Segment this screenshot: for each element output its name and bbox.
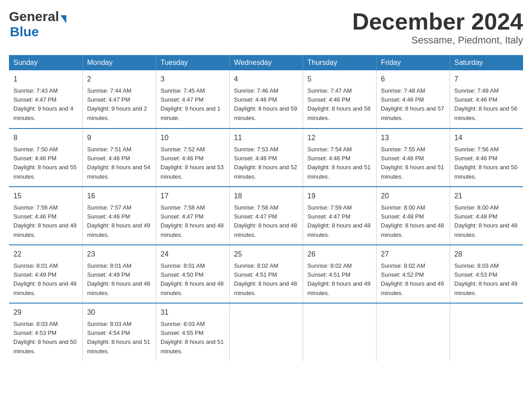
day-number: 25: [234, 249, 298, 260]
day-number: 23: [87, 249, 151, 260]
calendar-cell: 23Sunrise: 8:01 AMSunset: 4:49 PMDayligh…: [82, 245, 156, 303]
header-wednesday: Wednesday: [229, 55, 303, 70]
day-number: 21: [455, 191, 519, 201]
day-number: 28: [455, 249, 519, 260]
day-info: Sunrise: 7:56 AMSunset: 4:46 PMDaylight:…: [455, 145, 519, 181]
day-number: 1: [13, 74, 78, 85]
day-info: Sunrise: 8:01 AMSunset: 4:49 PMDaylight:…: [13, 261, 78, 298]
calendar-cell: 20Sunrise: 8:00 AMSunset: 4:48 PMDayligh…: [376, 187, 450, 245]
calendar-cell: [303, 303, 376, 361]
day-info: Sunrise: 8:03 AMSunset: 4:55 PMDaylight:…: [161, 320, 225, 356]
header-sunday: Sunday: [9, 55, 82, 70]
day-info: Sunrise: 8:02 AMSunset: 4:51 PMDaylight:…: [234, 261, 298, 298]
day-number: 4: [234, 74, 298, 85]
day-number: 26: [308, 249, 372, 260]
calendar-cell: 2Sunrise: 7:44 AMSunset: 4:47 PMDaylight…: [82, 70, 156, 128]
calendar-cell: 19Sunrise: 7:59 AMSunset: 4:47 PMDayligh…: [303, 187, 376, 245]
day-number: 19: [308, 191, 372, 201]
day-info: Sunrise: 8:01 AMSunset: 4:50 PMDaylight:…: [161, 261, 225, 298]
day-info: Sunrise: 8:02 AMSunset: 4:52 PMDaylight:…: [381, 261, 445, 298]
calendar-week-row: 22Sunrise: 8:01 AMSunset: 4:49 PMDayligh…: [9, 245, 523, 303]
day-info: Sunrise: 8:03 AMSunset: 4:54 PMDaylight:…: [87, 320, 151, 356]
day-info: Sunrise: 7:53 AMSunset: 4:46 PMDaylight:…: [234, 145, 298, 181]
day-number: 31: [161, 307, 225, 318]
day-info: Sunrise: 8:03 AMSunset: 4:53 PMDaylight:…: [13, 320, 78, 356]
calendar-cell: 9Sunrise: 7:51 AMSunset: 4:46 PMDaylight…: [82, 128, 156, 187]
logo: General Blue: [9, 9, 66, 39]
calendar-cell: 27Sunrise: 8:02 AMSunset: 4:52 PMDayligh…: [376, 245, 450, 303]
day-number: 22: [13, 249, 78, 260]
weekday-header-row: Sunday Monday Tuesday Wednesday Thursday…: [9, 55, 523, 70]
day-info: Sunrise: 8:01 AMSunset: 4:49 PMDaylight:…: [87, 261, 151, 298]
day-number: 9: [87, 133, 151, 143]
day-info: Sunrise: 7:45 AMSunset: 4:47 PMDaylight:…: [161, 86, 225, 123]
calendar-table: Sunday Monday Tuesday Wednesday Thursday…: [9, 55, 523, 361]
calendar-cell: 10Sunrise: 7:52 AMSunset: 4:46 PMDayligh…: [156, 128, 229, 187]
day-info: Sunrise: 7:58 AMSunset: 4:47 PMDaylight:…: [161, 203, 225, 240]
logo-blue-text: Blue: [10, 24, 39, 39]
calendar-cell: 21Sunrise: 8:00 AMSunset: 4:48 PMDayligh…: [450, 187, 523, 245]
day-info: Sunrise: 7:48 AMSunset: 4:46 PMDaylight:…: [381, 86, 445, 123]
calendar-cell: 22Sunrise: 8:01 AMSunset: 4:49 PMDayligh…: [9, 245, 82, 303]
calendar-cell: 28Sunrise: 8:03 AMSunset: 4:53 PMDayligh…: [450, 245, 523, 303]
day-number: 14: [455, 133, 519, 143]
calendar-cell: 15Sunrise: 7:56 AMSunset: 4:46 PMDayligh…: [9, 187, 82, 245]
calendar-cell: 16Sunrise: 7:57 AMSunset: 4:46 PMDayligh…: [82, 187, 156, 245]
day-number: 5: [308, 74, 372, 85]
day-number: 15: [13, 191, 78, 201]
month-title: December 2024: [352, 9, 523, 34]
calendar-cell: 26Sunrise: 8:02 AMSunset: 4:51 PMDayligh…: [303, 245, 376, 303]
calendar-cell: 29Sunrise: 8:03 AMSunset: 4:53 PMDayligh…: [9, 303, 82, 361]
day-info: Sunrise: 8:03 AMSunset: 4:53 PMDaylight:…: [455, 261, 519, 298]
calendar-cell: 12Sunrise: 7:54 AMSunset: 4:46 PMDayligh…: [303, 128, 376, 187]
calendar-week-row: 29Sunrise: 8:03 AMSunset: 4:53 PMDayligh…: [9, 303, 523, 361]
calendar-cell: 6Sunrise: 7:48 AMSunset: 4:46 PMDaylight…: [376, 70, 450, 128]
day-number: 3: [161, 74, 225, 85]
header-saturday: Saturday: [450, 55, 523, 70]
day-info: Sunrise: 7:47 AMSunset: 4:46 PMDaylight:…: [308, 86, 372, 123]
day-number: 18: [234, 191, 298, 201]
calendar-cell: [229, 303, 303, 361]
day-number: 30: [87, 307, 151, 318]
logo-triangle-icon: [60, 15, 66, 23]
calendar-cell: 25Sunrise: 8:02 AMSunset: 4:51 PMDayligh…: [229, 245, 303, 303]
location-subtitle: Sessame, Piedmont, Italy: [352, 34, 523, 46]
day-info: Sunrise: 7:52 AMSunset: 4:46 PMDaylight:…: [161, 145, 225, 181]
header-thursday: Thursday: [303, 55, 376, 70]
header-monday: Monday: [82, 55, 156, 70]
day-info: Sunrise: 7:50 AMSunset: 4:46 PMDaylight:…: [13, 145, 78, 181]
calendar-cell: 11Sunrise: 7:53 AMSunset: 4:46 PMDayligh…: [229, 128, 303, 187]
calendar-cell: 18Sunrise: 7:58 AMSunset: 4:47 PMDayligh…: [229, 187, 303, 245]
calendar-cell: 13Sunrise: 7:55 AMSunset: 4:46 PMDayligh…: [376, 128, 450, 187]
day-number: 2: [87, 74, 151, 85]
day-number: 13: [381, 133, 445, 143]
logo-general-text: General: [9, 9, 59, 24]
day-number: 6: [381, 74, 445, 85]
day-number: 29: [13, 307, 78, 318]
calendar-cell: 24Sunrise: 8:01 AMSunset: 4:50 PMDayligh…: [156, 245, 229, 303]
day-info: Sunrise: 7:54 AMSunset: 4:46 PMDaylight:…: [308, 145, 372, 181]
day-info: Sunrise: 7:58 AMSunset: 4:47 PMDaylight:…: [234, 203, 298, 240]
title-block: December 2024 Sessame, Piedmont, Italy: [352, 9, 523, 46]
calendar-cell: 14Sunrise: 7:56 AMSunset: 4:46 PMDayligh…: [450, 128, 523, 187]
calendar-cell: 8Sunrise: 7:50 AMSunset: 4:46 PMDaylight…: [9, 128, 82, 187]
calendar-cell: 17Sunrise: 7:58 AMSunset: 4:47 PMDayligh…: [156, 187, 229, 245]
day-number: 8: [13, 133, 78, 143]
day-info: Sunrise: 7:43 AMSunset: 4:47 PMDaylight:…: [13, 86, 78, 123]
day-info: Sunrise: 7:44 AMSunset: 4:47 PMDaylight:…: [87, 86, 151, 123]
day-info: Sunrise: 7:57 AMSunset: 4:46 PMDaylight:…: [87, 203, 151, 240]
day-info: Sunrise: 8:00 AMSunset: 4:48 PMDaylight:…: [381, 203, 445, 240]
calendar-cell: 4Sunrise: 7:46 AMSunset: 4:46 PMDaylight…: [229, 70, 303, 128]
day-info: Sunrise: 8:00 AMSunset: 4:48 PMDaylight:…: [455, 203, 519, 240]
calendar-week-row: 8Sunrise: 7:50 AMSunset: 4:46 PMDaylight…: [9, 128, 523, 187]
calendar-cell: 1Sunrise: 7:43 AMSunset: 4:47 PMDaylight…: [9, 70, 82, 128]
day-number: 17: [161, 191, 225, 201]
day-info: Sunrise: 7:49 AMSunset: 4:46 PMDaylight:…: [455, 86, 519, 123]
page-header: General Blue December 2024 Sessame, Pied…: [9, 9, 523, 46]
calendar-cell: 3Sunrise: 7:45 AMSunset: 4:47 PMDaylight…: [156, 70, 229, 128]
calendar-cell: [450, 303, 523, 361]
day-info: Sunrise: 8:02 AMSunset: 4:51 PMDaylight:…: [308, 261, 372, 298]
calendar-cell: [376, 303, 450, 361]
calendar-week-row: 1Sunrise: 7:43 AMSunset: 4:47 PMDaylight…: [9, 70, 523, 128]
header-friday: Friday: [376, 55, 450, 70]
